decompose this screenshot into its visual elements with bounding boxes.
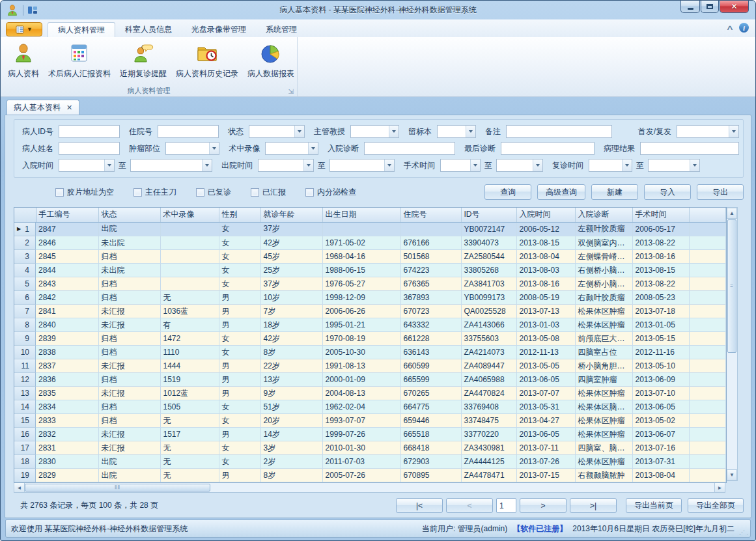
maximize-button[interactable]: [701, 1, 719, 13]
cell-gender[interactable]: 男: [219, 291, 260, 305]
status-combo[interactable]: [249, 125, 305, 138]
data-report-button[interactable]: 病人数据报表: [243, 40, 299, 81]
cell-age[interactable]: 9岁: [260, 387, 322, 400]
minimize-button[interactable]: [680, 1, 700, 13]
cell-manual_no[interactable]: 2846: [36, 236, 98, 250]
last-page-button[interactable]: >|: [570, 498, 617, 513]
cell-video[interactable]: 1517: [160, 428, 219, 441]
cell-admit_date[interactable]: 2013-08-03: [516, 264, 575, 277]
cell-admit_diagnosis[interactable]: 双侧脑室内巨...: [575, 236, 632, 250]
revisited-checkbox[interactable]: [196, 188, 204, 197]
row-selector-cell[interactable]: 12: [14, 373, 36, 387]
cell-video[interactable]: 1444: [160, 359, 219, 373]
cell-birth_date[interactable]: 1968-04-16: [322, 250, 400, 264]
column-header-surgery_date[interactable]: 手术时间: [632, 208, 689, 222]
cell-inpatient_no[interactable]: 367893: [400, 291, 461, 305]
remark-input[interactable]: [506, 125, 612, 138]
cell-admit_date[interactable]: 2013-05-08: [516, 332, 575, 346]
cell-admit_diagnosis[interactable]: 松果体区肿瘤: [575, 387, 632, 400]
cell-admit_date[interactable]: 2012-11-13: [516, 346, 575, 359]
cell-status[interactable]: 归档: [98, 277, 160, 291]
cell-id_no[interactable]: 33748475: [461, 414, 516, 428]
cell-video[interactable]: 无: [160, 291, 219, 305]
admit-date-to-combo[interactable]: [130, 159, 212, 172]
cell-admit_date[interactable]: 2013-01-03: [516, 318, 575, 332]
row-selector-cell[interactable]: 19: [14, 469, 36, 482]
cell-admit_date[interactable]: 2013-07-11: [516, 441, 575, 455]
cell-surgery_date[interactable]: 2013-07-10: [632, 387, 689, 400]
cell-age[interactable]: 13岁: [260, 373, 322, 387]
cell-birth_date[interactable]: 2004-08-13: [322, 387, 400, 400]
collapse-ribbon-icon[interactable]: ∧: [726, 24, 735, 31]
cell-video[interactable]: [160, 250, 219, 264]
specimen-combo[interactable]: [437, 125, 476, 138]
table-row[interactable]: 72841未汇报1036蓝男7岁2006-06-26670723QA002552…: [14, 305, 726, 318]
cell-inpatient_no[interactable]: 670895: [400, 469, 461, 482]
cell-surgery_date[interactable]: 2013-06-09: [632, 373, 689, 387]
first-page-button[interactable]: |<: [396, 498, 443, 513]
cell-status[interactable]: 归档: [98, 291, 160, 305]
cell-video[interactable]: 无: [160, 414, 219, 428]
table-row[interactable]: 22846未出院女42岁1971-05-02676166339040732013…: [14, 236, 726, 250]
column-header-admit_date[interactable]: 入院时间: [516, 208, 575, 222]
cell-manual_no[interactable]: 2830: [36, 455, 98, 469]
chevron-down-icon[interactable]: [384, 160, 394, 171]
cell-age[interactable]: 20岁: [260, 414, 322, 428]
row-selector-cell[interactable]: 3: [14, 250, 36, 264]
table-row[interactable]: 122836归档1519男13岁2000-01-09665599ZA406598…: [14, 373, 726, 387]
cell-inpatient_no[interactable]: 665599: [400, 373, 461, 387]
cell-admit_diagnosis[interactable]: 四脑室肿瘤: [575, 373, 632, 387]
discharge-date-from-combo[interactable]: [258, 159, 314, 172]
row-selector-cell[interactable]: 15: [14, 414, 36, 428]
table-row[interactable]: 182830出院无女2岁2011-07-03672903ZA4444125201…: [14, 455, 726, 469]
cell-admit_diagnosis[interactable]: 松果体区肿瘤: [575, 305, 632, 318]
cell-birth_date[interactable]: 2005-10-30: [322, 346, 400, 359]
cell-status[interactable]: 归档: [98, 373, 160, 387]
cell-video[interactable]: 无: [160, 469, 219, 482]
admit-date-from-combo[interactable]: [59, 159, 115, 172]
endocrine-exam-checkbox[interactable]: [305, 188, 314, 197]
chevron-down-icon[interactable]: [202, 160, 212, 171]
row-selector-cell[interactable]: 18: [14, 455, 36, 469]
cell-status[interactable]: 未汇报: [98, 441, 160, 455]
admit-diagnosis-input[interactable]: [364, 142, 455, 155]
ribbon-tab-system-management[interactable]: 系统管理: [256, 22, 307, 37]
cell-gender[interactable]: 男: [219, 387, 260, 400]
cell-id_no[interactable]: ZA4478471: [461, 469, 516, 482]
cell-manual_no[interactable]: 2833: [36, 414, 98, 428]
dialog-launcher-icon[interactable]: ⇲: [288, 89, 294, 95]
cell-id_no[interactable]: YB0099173: [461, 291, 516, 305]
cell-gender[interactable]: 男: [219, 318, 260, 332]
cell-birth_date[interactable]: 1970-08-19: [322, 332, 400, 346]
pathology-result-input[interactable]: [640, 142, 739, 155]
column-header-gender[interactable]: 性别: [219, 208, 260, 222]
prev-page-button[interactable]: <: [446, 498, 493, 513]
discharge-date-to-combo[interactable]: [329, 159, 395, 172]
cell-status[interactable]: 未出院: [98, 264, 160, 277]
cell-inpatient_no[interactable]: 660599: [400, 359, 461, 373]
table-row[interactable]: 62842归档无男10岁1998-12-09367893YB0099173200…: [14, 291, 726, 305]
cell-age[interactable]: 25岁: [260, 264, 322, 277]
cell-inpatient_no[interactable]: 501568: [400, 250, 461, 264]
cell-surgery_date[interactable]: 2013-08-22: [632, 236, 689, 250]
scroll-down-icon[interactable]: ▼: [727, 469, 737, 480]
revisit-date-to-combo[interactable]: [648, 159, 700, 172]
chevron-down-icon[interactable]: [209, 143, 219, 154]
cell-id_no[interactable]: ZA2580544: [461, 250, 516, 264]
cell-surgery_date[interactable]: 2006-05-17: [632, 222, 689, 236]
chevron-down-icon[interactable]: [303, 160, 313, 171]
cell-status[interactable]: 未汇报: [98, 428, 160, 441]
row-selector-cell[interactable]: 16: [14, 428, 36, 441]
cell-id_no[interactable]: 33805268: [461, 264, 516, 277]
cell-video[interactable]: 1110: [160, 346, 219, 359]
table-row[interactable]: 32845归档女45岁1968-04-16501568ZA25805442013…: [14, 250, 726, 264]
cell-surgery_date[interactable]: 2013-07-18: [632, 305, 689, 318]
cell-surgery_date[interactable]: 2013-08-16: [632, 250, 689, 264]
cell-manual_no[interactable]: 2829: [36, 469, 98, 482]
cell-birth_date[interactable]: 2011-07-03: [322, 455, 400, 469]
cell-status[interactable]: 归档: [98, 332, 160, 346]
cell-admit_date[interactable]: 2013-08-04: [516, 250, 575, 264]
cell-gender[interactable]: 女: [219, 277, 260, 291]
chevron-down-icon[interactable]: [466, 126, 475, 137]
table-row[interactable]: 82840未汇报有男18岁1995-01-21643332ZA414306620…: [14, 318, 726, 332]
